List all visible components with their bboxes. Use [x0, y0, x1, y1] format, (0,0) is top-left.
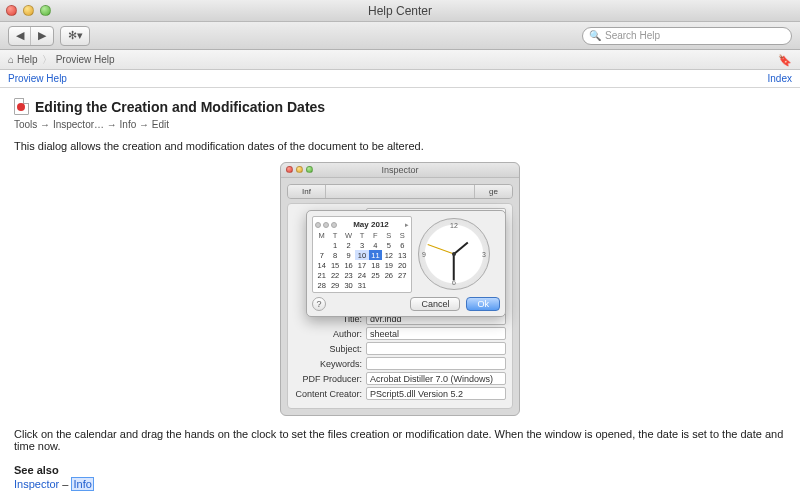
label-author: Author:: [294, 329, 366, 339]
field-author[interactable]: sheetal: [366, 327, 506, 340]
link-info[interactable]: Info: [71, 477, 93, 491]
label-keywords: Keywords:: [294, 359, 366, 369]
toolbar: ◀ ▶ ✻▾ 🔍: [0, 22, 800, 50]
tab-info: Inf: [288, 185, 326, 198]
gear-icon: ✻▾: [68, 29, 83, 42]
breadcrumb-item-proview[interactable]: Proview Help: [56, 54, 115, 65]
close-icon: [286, 166, 293, 173]
window-titlebar: Help Center: [0, 0, 800, 22]
field-pdf-producer: Acrobat Distiller 7.0 (Windows): [366, 372, 506, 385]
inspector-window-figure: Inspector Inf ge Origi. C. Mod. it it: [280, 162, 520, 416]
inspector-panel: Origi. C. Mod. it it May 2012 ▸: [287, 203, 513, 409]
label-pdf-producer: PDF Producer:: [294, 374, 366, 384]
chevron-right-icon: ▶: [38, 29, 46, 42]
content-area: Editing the Creation and Modification Da…: [0, 88, 800, 500]
calendar-month-label: May 2012: [353, 219, 389, 230]
chevron-left-icon: ◀: [16, 29, 24, 42]
page-heading: Editing the Creation and Modification Da…: [14, 98, 786, 115]
minimize-icon: [296, 166, 303, 173]
ok-button[interactable]: Ok: [466, 297, 500, 311]
breadcrumb-home[interactable]: ⌂ Help: [8, 54, 38, 65]
label-subject: Subject:: [294, 344, 366, 354]
search-icon: 🔍: [589, 30, 601, 41]
link-index[interactable]: Index: [768, 73, 792, 84]
analog-clock[interactable]: 12 3 6 9: [418, 218, 490, 290]
action-menu-button[interactable]: ✻▾: [60, 26, 90, 46]
tab-hidden: [326, 185, 475, 198]
link-inspector[interactable]: Inspector: [14, 478, 59, 490]
field-keywords[interactable]: .: [366, 357, 506, 370]
inspector-titlebar: Inspector: [281, 163, 519, 178]
cancel-button[interactable]: Cancel: [410, 297, 460, 311]
date-time-picker: May 2012 ▸ M T W T F: [306, 210, 506, 317]
calendar-selected-day[interactable]: 11: [369, 250, 382, 260]
calendar[interactable]: May 2012 ▸ M T W T F: [312, 216, 412, 293]
search-input[interactable]: [605, 30, 785, 41]
home-icon: ⌂: [8, 54, 14, 65]
inspector-tabbar: Inf ge: [287, 184, 513, 199]
clock-second-hand[interactable]: [428, 244, 455, 255]
forward-button[interactable]: ▶: [31, 27, 53, 45]
search-field[interactable]: 🔍: [582, 27, 792, 45]
window-title: Help Center: [0, 4, 800, 18]
inspector-title-text: Inspector: [381, 165, 418, 175]
calendar-next-icon[interactable]: ▸: [405, 221, 409, 229]
page-linkbar: Proview Help Index: [0, 70, 800, 88]
field-subject[interactable]: .: [366, 342, 506, 355]
zoom-icon: [306, 166, 313, 173]
breadcrumb-home-label: Help: [17, 54, 38, 65]
see-also-heading: See also: [14, 464, 786, 476]
nav-buttons: ◀ ▶: [8, 26, 54, 46]
breadcrumb: ⌂ Help 〉 Proview Help 🔖: [0, 50, 800, 70]
intro-text: This dialog allows the creation and modi…: [14, 140, 786, 152]
menu-path: Tools → Inspector… → Info → Edit: [14, 119, 786, 130]
inspector-date-rows: Origi. C. Mod. it it May 2012 ▸: [294, 208, 506, 308]
help-button[interactable]: ?: [312, 297, 326, 311]
clock-minute-hand[interactable]: [453, 254, 455, 280]
back-button[interactable]: ◀: [9, 27, 31, 45]
link-proview-help[interactable]: Proview Help: [8, 73, 67, 84]
caption-text: Click on the calendar and drag the hands…: [14, 428, 786, 452]
calendar-grid[interactable]: M T W T F S S 123456 7891: [315, 230, 409, 290]
see-also-section: See also Inspector – Info: [14, 464, 786, 490]
app-icon: [14, 98, 29, 115]
page-heading-text: Editing the Creation and Modification Da…: [35, 99, 325, 115]
breadcrumb-separator-icon: 〉: [42, 53, 52, 67]
label-content-creator: Content Creator:: [294, 389, 366, 399]
field-content-creator: PScript5.dll Version 5.2: [366, 387, 506, 400]
tab-image: ge: [475, 185, 512, 198]
bookmark-icon[interactable]: 🔖: [778, 54, 792, 67]
